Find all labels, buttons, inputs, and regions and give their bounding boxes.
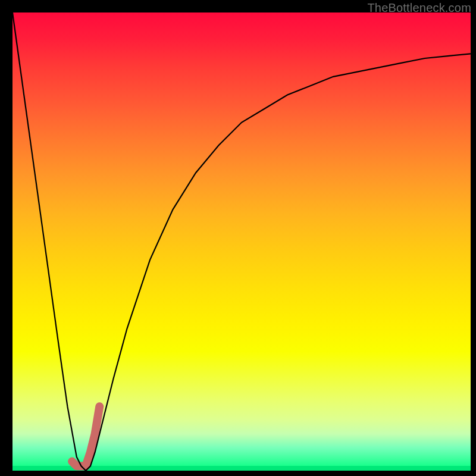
figure-stage: TheBottleneck.com xyxy=(0,0,476,476)
chart-svg xyxy=(0,0,476,476)
curve-path xyxy=(12,12,471,471)
